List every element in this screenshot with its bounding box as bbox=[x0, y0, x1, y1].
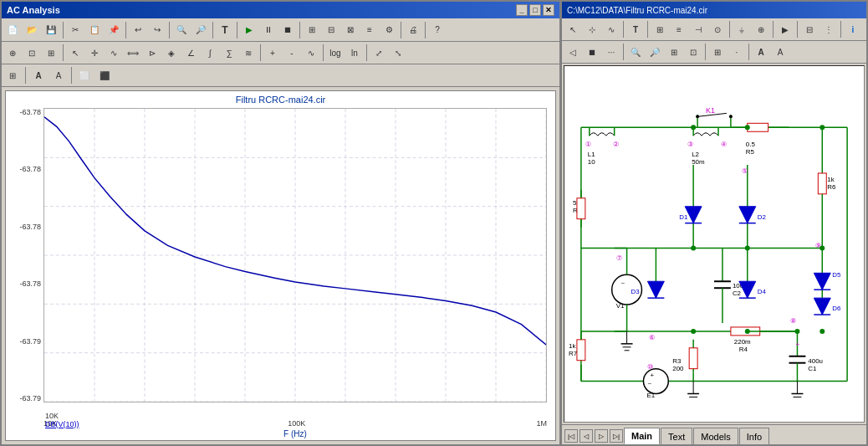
pause-btn[interactable]: ⏸ bbox=[259, 21, 278, 39]
r2-zoom-sel-btn[interactable]: ⊡ bbox=[684, 43, 702, 61]
print-btn[interactable]: 🖨 bbox=[404, 21, 422, 39]
wave-btn[interactable]: ∿ bbox=[105, 44, 123, 62]
r2-dot-btn[interactable]: · bbox=[728, 43, 746, 61]
svg-text:+: + bbox=[795, 341, 799, 348]
zoom-rect-icon: ⊡ bbox=[28, 49, 35, 58]
new-btn[interactable]: 📄 bbox=[3, 21, 22, 39]
copy-btn[interactable]: 📋 bbox=[85, 21, 104, 39]
fft-btn[interactable]: ∫ bbox=[201, 44, 219, 62]
zoom-in-btn[interactable]: 🔍 bbox=[172, 21, 191, 39]
schematic-svg: K1 ① ② L1 10 5 R2 ~ ⑦ bbox=[564, 66, 864, 422]
svg-text:①: ① bbox=[585, 141, 591, 148]
r-sim-icon: ▶ bbox=[782, 25, 789, 34]
mark-icon: ◈ bbox=[168, 49, 175, 58]
grid-toggle-btn[interactable]: ⊞ bbox=[3, 66, 22, 85]
log-x-btn[interactable]: log bbox=[326, 44, 345, 62]
text-btn[interactable]: T bbox=[216, 21, 234, 39]
slope-btn[interactable]: ∠ bbox=[181, 44, 200, 62]
maximize-btn[interactable]: □ bbox=[529, 4, 541, 16]
paste-btn[interactable]: 📌 bbox=[105, 21, 123, 39]
r-sep5 bbox=[797, 21, 798, 38]
r-ind-btn[interactable]: ⊙ bbox=[708, 20, 727, 38]
r-cursor-btn[interactable]: ↖ bbox=[564, 20, 582, 38]
svg-text:5: 5 bbox=[573, 199, 577, 207]
font-size-btn[interactable]: A bbox=[49, 66, 68, 85]
r-res-btn[interactable]: ≡ bbox=[670, 20, 688, 38]
tab-main[interactable]: Main bbox=[624, 428, 660, 444]
grid-btn[interactable]: ⊟ bbox=[322, 21, 340, 39]
mark-btn[interactable]: ◈ bbox=[162, 44, 181, 62]
save-btn[interactable]: 💾 bbox=[42, 21, 60, 39]
open-btn[interactable]: 📂 bbox=[23, 21, 41, 39]
tab-info[interactable]: Info bbox=[739, 428, 769, 444]
scale-btn[interactable]: ≡ bbox=[360, 21, 379, 39]
harm-btn[interactable]: ∑ bbox=[220, 44, 238, 62]
tab-models[interactable]: Models bbox=[693, 428, 738, 444]
r-sim-btn[interactable]: ▶ bbox=[776, 20, 794, 38]
run-btn[interactable]: ▶ bbox=[240, 21, 258, 39]
tab-nav-next[interactable]: ▷ bbox=[595, 429, 608, 443]
tag-btn[interactable]: ⊳ bbox=[143, 44, 161, 62]
log-y-btn[interactable]: ln bbox=[345, 44, 364, 62]
r2-zoom-in-btn[interactable]: 🔍 bbox=[626, 43, 645, 61]
r-ground-btn[interactable]: ⏚ bbox=[733, 20, 751, 38]
r2-stop-btn[interactable]: ⏹ bbox=[583, 43, 601, 61]
r2-fontA2-btn[interactable]: A bbox=[771, 43, 789, 61]
svg-text:R4: R4 bbox=[739, 346, 748, 353]
zoom-rect-btn[interactable]: ⊡ bbox=[23, 44, 41, 62]
svg-text:D5: D5 bbox=[832, 271, 841, 279]
undo-btn[interactable]: ↩ bbox=[129, 21, 147, 39]
tab-nav-first[interactable]: |◁ bbox=[564, 429, 578, 443]
r-comp-btn[interactable]: ⊞ bbox=[651, 20, 669, 38]
r2-zoom-all-btn[interactable]: ⊞ bbox=[665, 43, 683, 61]
axis-btn[interactable]: ⊠ bbox=[341, 21, 360, 39]
fit-btn[interactable]: ⊞ bbox=[303, 21, 321, 39]
tab-text[interactable]: Text bbox=[661, 428, 692, 444]
r-sep1 bbox=[623, 21, 624, 38]
r-info-icon: i bbox=[852, 25, 855, 34]
r2-dots-btn[interactable]: ··· bbox=[602, 43, 620, 61]
redo-btn[interactable]: ↪ bbox=[148, 21, 166, 39]
r-power-btn[interactable]: ⊕ bbox=[752, 20, 770, 38]
font-size-icon: A bbox=[56, 71, 62, 80]
add-plot-btn[interactable]: + bbox=[263, 44, 282, 62]
minimize-btn[interactable]: _ bbox=[516, 4, 528, 16]
remove-plot-btn[interactable]: - bbox=[283, 44, 301, 62]
sep9 bbox=[63, 44, 64, 61]
tab-nav-prev[interactable]: ◁ bbox=[580, 429, 593, 443]
r-wire-btn[interactable]: ∿ bbox=[602, 20, 620, 38]
r-cursor-icon: ↖ bbox=[569, 25, 576, 34]
r-snap-btn[interactable]: ⋮ bbox=[819, 20, 838, 38]
svg-text:⑥: ⑥ bbox=[649, 334, 655, 341]
r-text-btn[interactable]: T bbox=[626, 20, 645, 38]
r-select-btn[interactable]: ⊹ bbox=[583, 20, 601, 38]
r2-zoom-out-btn[interactable]: 🔎 bbox=[646, 43, 664, 61]
svg-text:R6: R6 bbox=[827, 183, 836, 191]
add-curve-btn[interactable]: ∿ bbox=[302, 44, 320, 62]
copy-image-btn[interactable]: ⬜ bbox=[75, 66, 94, 85]
r-info-btn[interactable]: i bbox=[844, 20, 862, 38]
measure-btn[interactable]: ⟺ bbox=[124, 44, 142, 62]
font-A-btn[interactable]: A bbox=[29, 66, 48, 85]
tab-models-label: Models bbox=[701, 432, 730, 442]
prop-btn[interactable]: ⚙ bbox=[380, 21, 398, 39]
zoom-out-btn[interactable]: 🔎 bbox=[191, 21, 210, 39]
stop-btn[interactable]: ⏹ bbox=[278, 21, 297, 39]
help-btn[interactable]: ? bbox=[428, 21, 447, 39]
contract-btn[interactable]: ⤡ bbox=[389, 44, 407, 62]
noise-btn[interactable]: ≋ bbox=[239, 44, 258, 62]
r2-grid2-btn[interactable]: ⊞ bbox=[708, 43, 727, 61]
zoom-full-btn[interactable]: ⊞ bbox=[42, 44, 60, 62]
r-grid-btn[interactable]: ⊟ bbox=[800, 20, 819, 38]
r-cap-btn[interactable]: ⊣ bbox=[689, 20, 707, 38]
r2-fontA-btn[interactable]: A bbox=[752, 43, 770, 61]
paste-image-btn[interactable]: ⬛ bbox=[95, 66, 114, 85]
cut-btn[interactable]: ✂ bbox=[66, 21, 84, 39]
cursor-btn[interactable]: ↖ bbox=[66, 44, 84, 62]
r2-back-btn[interactable]: ◁ bbox=[564, 43, 582, 61]
zoom-fit-btn[interactable]: ⊕ bbox=[3, 44, 22, 62]
cross-btn[interactable]: ✛ bbox=[85, 44, 104, 62]
expand-btn[interactable]: ⤢ bbox=[370, 44, 388, 62]
close-btn[interactable]: ✕ bbox=[543, 4, 554, 16]
tab-nav-last[interactable]: ▷| bbox=[610, 429, 623, 443]
